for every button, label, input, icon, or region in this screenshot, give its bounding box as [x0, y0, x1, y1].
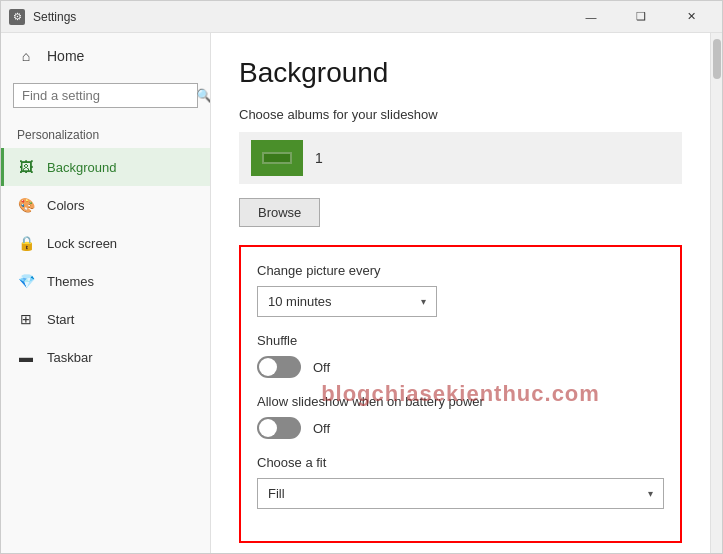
albums-label: Choose albums for your slideshow	[239, 107, 682, 122]
battery-toggle[interactable]	[257, 417, 301, 439]
sidebar-item-label: Themes	[47, 274, 94, 289]
shuffle-label: Shuffle	[257, 333, 664, 348]
sidebar-item-themes[interactable]: 💎 Themes	[1, 262, 210, 300]
window-controls: — ❑ ✕	[568, 1, 714, 33]
interval-dropdown[interactable]: 10 minutes ▾	[257, 286, 437, 317]
title-bar: ⚙ Settings — ❑ ✕	[1, 1, 722, 33]
search-input[interactable]	[22, 88, 190, 103]
fit-label: Choose a fit	[257, 455, 664, 470]
sidebar: ⌂ Home 🔍 Personalization 🖼 Background 🎨 …	[1, 33, 211, 553]
lock-screen-nav-icon: 🔒	[17, 234, 35, 252]
personalization-label: Personalization	[1, 120, 210, 148]
sidebar-item-background[interactable]: 🖼 Background	[1, 148, 210, 186]
sidebar-item-label: Taskbar	[47, 350, 93, 365]
album-number: 1	[315, 150, 323, 166]
chevron-down-icon: ▾	[648, 488, 653, 499]
sidebar-item-label: Start	[47, 312, 74, 327]
sidebar-item-taskbar[interactable]: ▬ Taskbar	[1, 338, 210, 376]
fit-dropdown[interactable]: Fill ▾	[257, 478, 664, 509]
title-bar-left: ⚙ Settings	[9, 9, 76, 25]
background-nav-icon: 🖼	[17, 158, 35, 176]
taskbar-nav-icon: ▬	[17, 348, 35, 366]
fit-value: Fill	[268, 486, 285, 501]
content-area: ⌂ Home 🔍 Personalization 🖼 Background 🎨 …	[1, 33, 722, 553]
home-label: Home	[47, 48, 84, 64]
scrollbar-thumb[interactable]	[713, 39, 721, 79]
window-title: Settings	[33, 10, 76, 24]
settings-window: ⚙ Settings — ❑ ✕ ⌂ Home 🔍 Personalizatio…	[0, 0, 723, 554]
close-button[interactable]: ✕	[668, 1, 714, 33]
battery-label: Allow slideshow when on battery power	[257, 394, 664, 409]
colors-nav-icon: 🎨	[17, 196, 35, 214]
shuffle-toggle[interactable]	[257, 356, 301, 378]
battery-row: Allow slideshow when on battery power Of…	[257, 394, 664, 439]
battery-toggle-row: Off	[257, 417, 664, 439]
battery-state: Off	[313, 421, 330, 436]
sidebar-item-label: Background	[47, 160, 116, 175]
search-icon: 🔍	[196, 88, 211, 103]
fit-row: Choose a fit Fill ▾	[257, 455, 664, 509]
shuffle-state: Off	[313, 360, 330, 375]
sidebar-item-label: Colors	[47, 198, 85, 213]
maximize-button[interactable]: ❑	[618, 1, 664, 33]
home-icon: ⌂	[17, 47, 35, 65]
sidebar-item-label: Lock screen	[47, 236, 117, 251]
album-item: 1	[239, 132, 682, 184]
sidebar-item-start[interactable]: ⊞ Start	[1, 300, 210, 338]
sidebar-item-colors[interactable]: 🎨 Colors	[1, 186, 210, 224]
app-icon: ⚙	[9, 9, 25, 25]
search-box[interactable]: 🔍	[13, 83, 198, 108]
album-thumb-inner	[262, 152, 292, 164]
start-nav-icon: ⊞	[17, 310, 35, 328]
page-title: Background	[239, 57, 682, 89]
scrollbar-track[interactable]	[710, 33, 722, 553]
sidebar-item-home[interactable]: ⌂ Home	[1, 33, 210, 79]
interval-value: 10 minutes	[268, 294, 332, 309]
toggle-knob	[259, 419, 277, 437]
settings-panel: blogchiasekienthuc.com Change picture ev…	[239, 245, 682, 543]
album-thumbnail	[251, 140, 303, 176]
sidebar-item-lock-screen[interactable]: 🔒 Lock screen	[1, 224, 210, 262]
chevron-down-icon: ▾	[421, 296, 426, 307]
browse-button[interactable]: Browse	[239, 198, 320, 227]
themes-nav-icon: 💎	[17, 272, 35, 290]
change-picture-row: Change picture every 10 minutes ▾	[257, 263, 664, 317]
toggle-knob	[259, 358, 277, 376]
change-picture-label: Change picture every	[257, 263, 664, 278]
minimize-button[interactable]: —	[568, 1, 614, 33]
shuffle-row: Shuffle Off	[257, 333, 664, 378]
shuffle-toggle-row: Off	[257, 356, 664, 378]
main-content: Background Choose albums for your slides…	[211, 33, 710, 553]
